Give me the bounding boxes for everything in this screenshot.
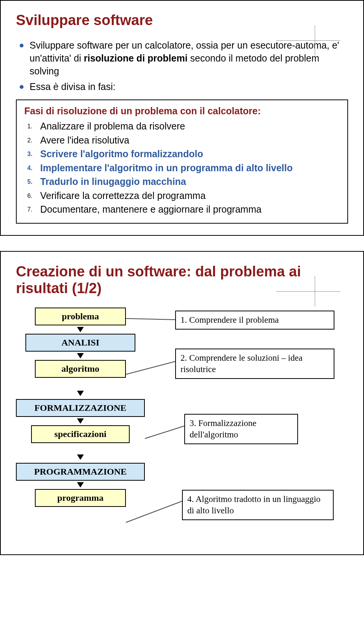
phase-2-num: 2. [27,134,40,145]
phase-3-num: 3. [27,147,40,158]
slide-1-title: Sviluppare software [16,12,348,28]
phase-6-text: Verificare la correttezza del programma [40,189,206,202]
phase-4-num: 4. [27,161,40,172]
bullet-1-bold: risoluzione di problemi [84,53,188,63]
diagram: problema ANALISI algoritmo FORMALIZZAZIO… [16,308,348,551]
bullet-dot-icon [20,85,24,89]
bullet-1-text: Sviluppare software per un calcolatore, … [30,39,348,77]
box-analisi: ANALISI [25,334,135,352]
slide-2-title: Creazione di un software: dal problema a… [16,263,348,297]
arrow-down-icon [77,327,84,332]
note-3: 3. Formalizzazione dell'algoritmo [184,414,298,444]
phase-1-text: Analizzare il problema da risolvere [40,120,185,133]
phase-5-text: Tradurlo in linugaggio macchina [40,175,186,188]
phases-list: 1.Analizzare il problema da risolvere 2.… [27,120,340,216]
bullet-2: Essa è divisa in fasi: [20,80,348,93]
phase-5-num: 5. [27,175,40,186]
note-2: 2. Comprendere le soluzioni – idea risol… [175,349,334,379]
slide-1: Sviluppare software Sviluppare software … [0,0,364,236]
phases-heading: Fasi di risoluzione di un problema con i… [24,106,340,117]
arrow-down-icon [77,353,84,358]
phase-7: 7.Documentare, mantenere e aggiornare il… [27,203,340,216]
box-programma: programma [35,489,126,507]
left-column: problema ANALISI algoritmo FORMALIZZAZIO… [16,308,145,507]
arrow-down-icon [77,482,84,488]
phase-5: 5.Tradurlo in linugaggio macchina [27,175,340,188]
phase-4-text: Implementare l'algoritmo in un programma… [40,161,293,175]
phases-box: Fasi di risoluzione di un problema con i… [16,99,348,224]
note-4: 4. Algoritmo tradotto in un linguaggio d… [182,490,334,520]
phase-6-num: 6. [27,189,40,200]
arrow-down-icon [77,391,84,396]
box-algoritmo: algoritmo [35,360,126,378]
svg-line-2 [145,426,184,439]
arrow-down-icon [77,454,84,460]
bullet-dot-icon [20,44,24,47]
slide-1-bullets: Sviluppare software per un calcolatore, … [20,39,348,93]
phase-3-text: Scrivere l'algoritmo formalizzandolo [40,147,203,161]
box-formalizzazione: FORMALIZZAZIONE [16,399,145,417]
phase-2-text: Avere l'idea risolutiva [40,134,129,147]
box-specificazioni: specificazioni [31,425,130,443]
box-programmazione: PROGRAMMAZIONE [16,463,145,481]
phase-3: 3.Scrivere l'algoritmo formalizzandolo [27,147,340,161]
phase-1-num: 1. [27,120,40,131]
phase-1: 1.Analizzare il problema da risolvere [27,120,340,133]
phase-6: 6.Verificare la correttezza del programm… [27,189,340,202]
phase-7-num: 7. [27,203,40,214]
note-1: 1. Comprendere il problema [175,311,334,330]
box-problema: problema [35,308,126,325]
slide-2: Creazione di un software: dal problema a… [0,251,364,555]
bullet-2-text: Essa è divisa in fasi: [30,80,116,93]
phase-4: 4.Implementare l'algoritmo in un program… [27,161,340,175]
arrow-down-icon [77,418,84,424]
phase-7-text: Documentare, mantenere e aggiornare il p… [40,203,262,216]
bullet-1: Sviluppare software per un calcolatore, … [20,39,348,77]
phase-2: 2.Avere l'idea risolutiva [27,134,340,147]
